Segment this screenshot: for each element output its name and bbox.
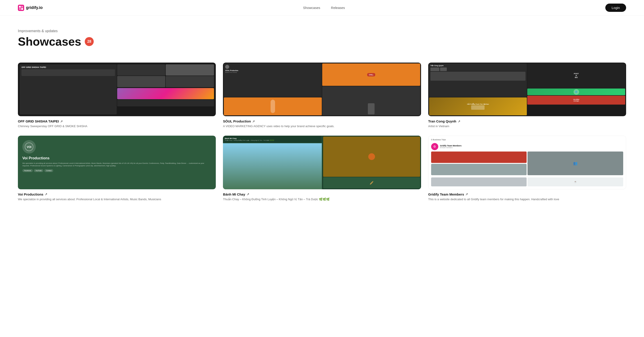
- svg-rect-4: [21, 8, 23, 10]
- card-desc-5: Thuần Chay – Không Đường Tinh Luyện – Kh…: [223, 197, 421, 202]
- card-title-2: SÓUL Production: [223, 119, 251, 123]
- card-title-4: Voi Productions: [18, 192, 44, 196]
- nav-showcases[interactable]: Showcases: [303, 6, 320, 9]
- hero-subtitle: Improvements & updates: [18, 29, 626, 33]
- nav-links: Showcases Releases: [303, 6, 345, 9]
- hero-section: Improvements & updates Showcases 28: [0, 16, 644, 57]
- card-image-4: VOI Voi Productions We specialize in pro…: [18, 136, 216, 189]
- card-image-5: Bánh Mì Chay Thuần Chay – Không Đường Ti…: [223, 136, 421, 189]
- svg-rect-0: [18, 5, 24, 11]
- card-title-3: Tran Cong Quynh: [428, 119, 456, 123]
- showcase-card-2[interactable]: SÓUL Production Behind The Scenes CHILL: [223, 62, 421, 128]
- card-desc-1: Chimney Sweeperstay OFF GRID & SMOKE SHI…: [18, 124, 216, 128]
- svg-text:VOI: VOI: [27, 145, 32, 149]
- showcase-card-4[interactable]: VOI Voi Productions We specialize in pro…: [18, 136, 216, 202]
- card-desc-3: Artist in Vietnam: [428, 124, 626, 128]
- card-arrow-3: ↗: [458, 120, 460, 123]
- card-image-2: SÓUL Production Behind The Scenes CHILL: [223, 62, 421, 116]
- card-image-6: 5 Business Trips G Gridify Team Members …: [428, 136, 626, 189]
- svg-rect-2: [21, 6, 23, 7]
- hero-title: Showcases: [18, 35, 81, 48]
- svg-rect-3: [19, 8, 21, 10]
- showcase-card-6[interactable]: 5 Business Trips G Gridify Team Members …: [428, 136, 626, 202]
- card-title-5: Bánh Mì Chay: [223, 192, 245, 196]
- card-arrow-6: ↗: [465, 192, 468, 196]
- card-image-3: Trần Công Quỳnh Giải Thưởng Thanh Tâm Vi…: [428, 62, 626, 116]
- showcase-card-3[interactable]: Trần Công Quỳnh Giải Thưởng Thanh Tâm Vi…: [428, 62, 626, 128]
- nav-releases[interactable]: Releases: [331, 6, 345, 9]
- svg-rect-1: [19, 6, 21, 7]
- showcase-grid: OFF GRID SHISHA TAIPEI: [0, 57, 644, 215]
- navigation: gridify.io Showcases Releases Login: [0, 0, 644, 16]
- card-arrow-2: ↗: [252, 120, 255, 123]
- showcase-card-5[interactable]: Bánh Mì Chay Thuần Chay – Không Đường Ti…: [223, 136, 421, 202]
- card-arrow-4: ↗: [45, 192, 48, 196]
- logo-icon: [18, 5, 24, 11]
- card-desc-6: This is a website dedicated to all Gridi…: [428, 197, 626, 202]
- card-title-1: OFF GRID SHISHA TAIPEI: [18, 119, 59, 123]
- login-button[interactable]: Login: [605, 3, 626, 12]
- card-image-1: OFF GRID SHISHA TAIPEI: [18, 62, 216, 116]
- card-title-6: Gridify Team Members: [428, 192, 464, 196]
- logo[interactable]: gridify.io: [18, 5, 43, 11]
- showcase-card-1[interactable]: OFF GRID SHISHA TAIPEI: [18, 62, 216, 128]
- card-arrow-5: ↗: [247, 192, 249, 196]
- hero-badge: 28: [85, 37, 94, 46]
- card-desc-2: A VIDEO MARKETING AGENCY uses video to h…: [223, 124, 421, 128]
- logo-text: gridify.io: [26, 5, 43, 10]
- card-desc-4: We specialize in providing all services …: [18, 197, 216, 202]
- card-arrow-1: ↗: [60, 120, 63, 123]
